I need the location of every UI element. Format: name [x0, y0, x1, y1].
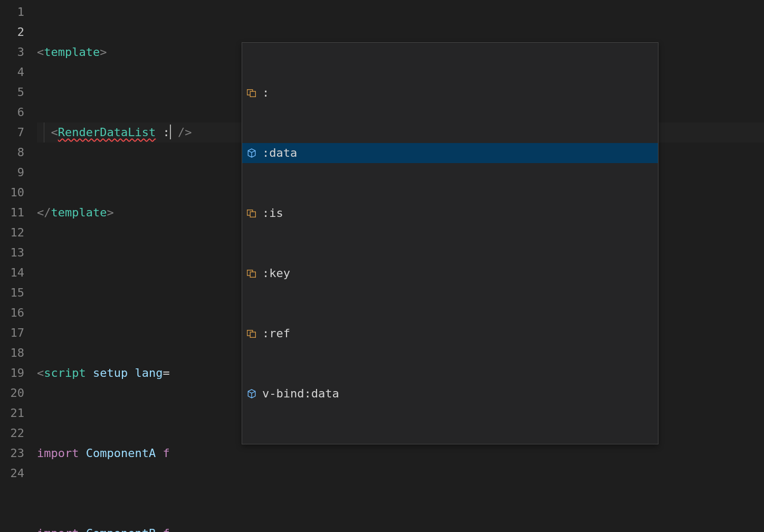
import-name: ComponentB [86, 527, 156, 532]
import-name: ComponentA [86, 446, 156, 460]
tag-name: script [44, 366, 85, 379]
attr-name: lang [135, 366, 163, 379]
line-number: 4 [0, 62, 24, 82]
keyword: f [163, 527, 169, 532]
line-number: 2 [0, 22, 24, 42]
line-number: 13 [0, 243, 24, 263]
line-number: 16 [0, 303, 24, 323]
tag-name: template [44, 45, 100, 59]
suggestion-item[interactable]: :data [242, 143, 658, 163]
keyword: import [37, 446, 79, 460]
bracket: < [37, 366, 44, 379]
code-editor[interactable]: 1 2 3 4 5 6 7 8 9 10 11 12 13 14 15 16 1… [0, 0, 764, 532]
keyword: import [37, 527, 79, 532]
line-number: 22 [0, 423, 24, 443]
enum-member-icon [245, 87, 258, 99]
attr-name: setup [93, 366, 128, 379]
suggestion-label: :data [262, 143, 297, 163]
text-cursor [170, 125, 171, 139]
line-number: 8 [0, 142, 24, 163]
enum-member-icon [245, 267, 258, 280]
line-number: 15 [0, 283, 24, 303]
code-content[interactable]: <template> <RenderDataList : /> </templa… [37, 0, 764, 532]
code-line[interactable]: import ComponentB f [37, 524, 764, 532]
suggestion-label: :key [262, 263, 290, 283]
suggestion-label: :is [262, 203, 283, 223]
suggestion-label: : [262, 83, 269, 103]
svg-rect-5 [250, 272, 255, 277]
line-number: 20 [0, 383, 24, 403]
keyword: f [163, 446, 169, 460]
line-number: 18 [0, 343, 24, 363]
line-number: 9 [0, 163, 24, 183]
field-icon [245, 147, 258, 159]
equals: = [163, 366, 169, 379]
typed-attr: : [163, 126, 169, 139]
line-number: 21 [0, 403, 24, 423]
component-name: RenderDataList [58, 126, 156, 139]
line-number: 17 [0, 323, 24, 343]
suggestion-widget[interactable]: : :data :is :key :ref v-bind:data [242, 42, 658, 444]
line-number: 6 [0, 102, 24, 122]
code-line[interactable]: import ComponentA f [37, 443, 764, 463]
suggestion-label: :ref [262, 324, 290, 344]
suggestion-item[interactable]: : [242, 83, 658, 103]
suggestion-label: v-bind:data [262, 384, 339, 404]
line-number: 12 [0, 223, 24, 243]
line-number: 11 [0, 203, 24, 223]
suggestion-item[interactable]: :is [242, 203, 658, 223]
line-number-gutter: 1 2 3 4 5 6 7 8 9 10 11 12 13 14 15 16 1… [0, 0, 37, 532]
line-number: 10 [0, 183, 24, 203]
line-number: 7 [0, 122, 24, 142]
suggestion-item[interactable]: :key [242, 263, 658, 283]
line-number: 5 [0, 82, 24, 102]
line-number: 23 [0, 443, 24, 463]
enum-member-icon [245, 207, 258, 220]
tag-name: template [51, 206, 107, 219]
svg-rect-1 [250, 91, 255, 97]
field-icon [245, 387, 258, 400]
line-number: 24 [0, 463, 24, 483]
suggestion-item[interactable]: v-bind:data [242, 384, 658, 404]
enum-member-icon [245, 327, 258, 340]
suggestion-item[interactable]: :ref [242, 324, 658, 344]
line-number: 19 [0, 363, 24, 383]
line-number: 1 [0, 2, 24, 22]
line-number: 3 [0, 42, 24, 62]
line-number: 14 [0, 263, 24, 283]
svg-rect-3 [250, 212, 255, 217]
svg-rect-7 [250, 332, 255, 337]
self-close: /> [178, 126, 192, 139]
